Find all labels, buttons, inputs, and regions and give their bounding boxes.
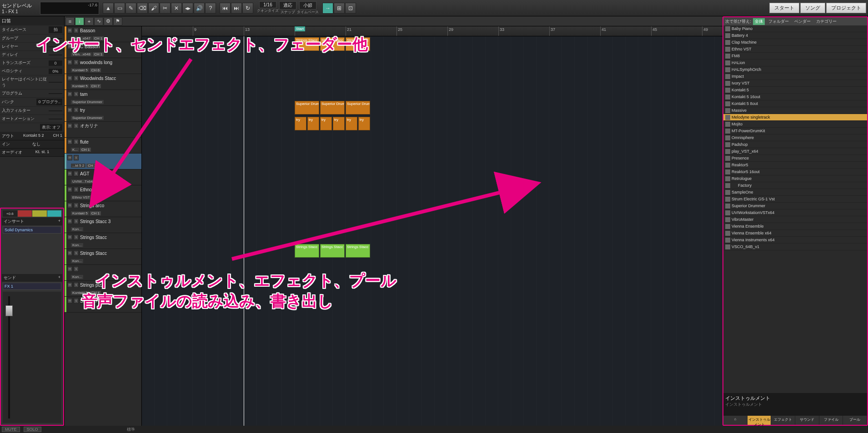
track-mute-button[interactable]: m — [67, 298, 72, 304]
inspector-row[interactable]: レイヤーはイベントに従う — [0, 75, 64, 90]
range-tool[interactable]: ▭ — [114, 3, 125, 14]
track-instrument[interactable]: Kon... — [71, 259, 83, 263]
tab-effects[interactable]: エフェクト — [771, 416, 795, 425]
track-mute-button[interactable]: m — [67, 234, 72, 240]
track-mute-button[interactable]: m — [67, 250, 72, 256]
browser-item[interactable]: ▸Kontakt 5 — [723, 87, 867, 94]
midi-clip[interactable]: Superior Drumm — [295, 101, 319, 114]
browser-item[interactable]: Kontakt 5 8out — [723, 100, 867, 107]
browser-item[interactable]: UVIWorkstationVSTx64 — [723, 209, 867, 216]
browser-item[interactable]: Ethno VST — [723, 46, 867, 53]
track-solo-button[interactable]: s — [74, 298, 79, 304]
track-instrument[interactable]: UVIW...Tx64 — [71, 179, 94, 184]
track-mute-button[interactable]: m — [67, 171, 72, 176]
strip-monitor[interactable] — [47, 210, 62, 217]
track-mute-button[interactable]: m — [67, 75, 72, 81]
track-header[interactable]: m s C Basson Vien...x648 CH 1 — [65, 42, 141, 58]
inspector-row-value[interactable] — [49, 110, 62, 111]
track-info-icon[interactable]: i — [75, 17, 84, 25]
track-header[interactable]: m s try Superior Drummer — [65, 106, 141, 122]
browser-item[interactable]: ▸Retrologue — [723, 175, 867, 182]
track-channel[interactable]: CH 1 — [93, 52, 104, 56]
inspector-row-value[interactable] — [49, 38, 62, 39]
browser-item[interactable]: Kontakt 5 16out — [723, 94, 867, 100]
browser-item[interactable]: ▸Padshop — [723, 141, 867, 148]
midi-clip[interactable]: Superior Drumm — [320, 101, 345, 114]
track-channel[interactable]: CH 1 — [80, 148, 91, 152]
strip-solo[interactable] — [32, 210, 47, 217]
inspector-row[interactable]: オートメーション — [0, 115, 64, 123]
track-channel[interactable]: CH 1 — [95, 179, 106, 184]
track-solo-button[interactable]: s — [74, 28, 79, 33]
fader-handle[interactable] — [5, 305, 13, 316]
inspector-row[interactable]: バンク0 プログラ.. — [0, 98, 64, 107]
browser-item[interactable]: Vienna Ensemble x64 — [723, 230, 867, 237]
midi-clip[interactable]: try — [346, 117, 357, 130]
track-header[interactable]: m s Kon... — [65, 265, 141, 281]
track-solo-button[interactable]: s — [74, 171, 79, 176]
browser-home-icon[interactable]: ⌂ — [723, 416, 748, 425]
track-header[interactable]: m s Strings Stacc 3 Kon... — [65, 217, 141, 233]
midi-clip[interactable]: Strings Stacc — [346, 244, 370, 258]
browser-item[interactable]: Omnisphere — [723, 134, 867, 141]
cut-tool[interactable]: ✂ — [160, 3, 171, 14]
track-mute-button[interactable]: m — [67, 91, 72, 97]
help-tool[interactable]: ? — [205, 3, 216, 14]
midi-clip[interactable]: Strings Stacc — [295, 244, 319, 258]
browser-item[interactable]: FM8 — [723, 53, 867, 60]
track-solo-button[interactable]: s — [74, 123, 79, 129]
track-instrument[interactable]: Vien...x648 — [71, 52, 92, 56]
browser-item[interactable]: Massive — [723, 107, 867, 114]
timebase-value[interactable]: 小節 — [299, 1, 316, 10]
browser-item[interactable]: Clap Machine — [723, 39, 867, 46]
start-marker[interactable]: Start — [295, 26, 305, 31]
tab-files[interactable]: ファイル — [819, 416, 843, 425]
send-add-icon[interactable]: + — [58, 275, 60, 281]
browser-item[interactable]: Vienna Instruments x64 — [723, 237, 867, 244]
strip-mute[interactable] — [18, 210, 32, 217]
inspector-row[interactable]: ベロシティ0% — [0, 67, 64, 75]
track-instrument[interactable]: Ethno VST — [71, 195, 91, 199]
track-instrument[interactable]: Kon... — [71, 243, 83, 247]
sort-tab-folder[interactable]: フォルダー — [767, 18, 791, 25]
fader[interactable] — [3, 292, 61, 423]
inspector-row[interactable]: トランスポーズ0 — [0, 59, 64, 67]
track-solo-button[interactable]: s — [74, 139, 79, 144]
track-header[interactable]: m s ...kt 5 2 CH 1 — [65, 154, 141, 169]
track-solo-button[interactable]: s — [74, 75, 79, 81]
browser-item[interactable]: VSCO_64B_v1 — [723, 244, 867, 250]
browser-item[interactable]: SampleOne — [723, 189, 867, 196]
browser-item[interactable]: HALion — [723, 60, 867, 66]
track-solo-button[interactable]: s — [74, 187, 79, 192]
arrow-tool[interactable]: ▲ — [103, 3, 114, 14]
inspector-row-value[interactable] — [49, 55, 62, 55]
inspector-row[interactable]: レイヤー — [0, 43, 64, 51]
browser-item[interactable]: MT-PowerDrumKit — [723, 128, 867, 134]
track-header[interactable]: m s woodwinds long Kontakt 5 CH 6 — [65, 58, 141, 74]
track-header[interactable]: m s Strings Stacc Kon... — [65, 249, 141, 265]
global-solo-button[interactable]: SOLO — [24, 427, 41, 432]
midi-clip[interactable]: Strings Stacc — [320, 37, 345, 51]
track-channel[interactable]: CH 7 — [90, 84, 101, 88]
midi-clip[interactable]: try — [333, 117, 345, 130]
track-channel[interactable]: CH 1 — [90, 211, 101, 215]
inspector-row-value[interactable] — [49, 93, 62, 94]
global-mute-button[interactable]: MUTE — [2, 427, 20, 432]
track-header[interactable]: m s オカリナ — [65, 122, 141, 138]
track-header[interactable]: m s Woodwinds Stacc Kontakt 5 CH 7 — [65, 74, 141, 90]
song-button[interactable]: ソング — [800, 3, 825, 13]
track-solo-button[interactable]: s — [74, 155, 79, 160]
midi-clip[interactable]: Strings Stacc — [320, 244, 345, 258]
browser-item[interactable]: ▸Mojito — [723, 121, 867, 128]
snap-value[interactable]: 適応 — [279, 1, 296, 10]
send-slot-1[interactable]: FX 1 — [3, 283, 61, 290]
track-mute-button[interactable]: m — [67, 44, 72, 49]
browser-item[interactable]: play_VST_x64 — [723, 148, 867, 155]
track-instrument[interactable]: Kon... — [71, 227, 83, 231]
browser-item[interactable]: VibroMaster — [723, 216, 867, 223]
sort-tab-vendor[interactable]: ベンダー — [793, 18, 813, 25]
browser-item[interactable]: Baby Piano — [723, 25, 867, 32]
mute-tool[interactable]: ✕ — [171, 3, 182, 14]
forward-button[interactable]: ⏭ — [231, 3, 242, 14]
track-instrument[interactable]: Kontakt 5 — [71, 211, 89, 215]
